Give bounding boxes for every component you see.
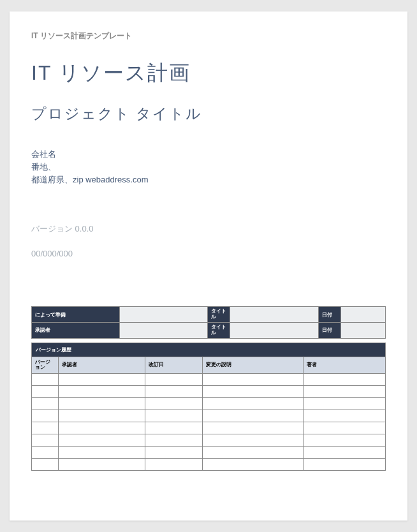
prepared-date xyxy=(340,307,385,323)
template-label: IT リソース計画テンプレート xyxy=(31,31,386,41)
cell-change xyxy=(203,434,304,447)
version-text: バージョン 0.0.0 xyxy=(31,223,386,235)
cell-author xyxy=(304,386,386,398)
col-author: 著者 xyxy=(304,357,386,374)
cell-version xyxy=(32,386,59,398)
cell-revdate xyxy=(145,398,203,410)
history-table: バージョン 承認者 改訂日 変更の説明 著者 xyxy=(31,357,386,471)
company-info: 会社名 番地、 都道府県、zip webaddress.com xyxy=(31,148,386,186)
cell-approver xyxy=(59,459,145,471)
cell-revdate xyxy=(145,386,203,398)
title-label-2: タイトル xyxy=(208,323,230,339)
cell-approver xyxy=(59,434,145,447)
table-row xyxy=(32,374,386,386)
cell-change xyxy=(203,459,304,471)
project-title: プロジェクト タイトル xyxy=(31,104,386,124)
cell-change xyxy=(203,398,304,410)
cell-version xyxy=(32,374,59,386)
history-header: バージョン履歴 xyxy=(31,343,386,357)
cell-change xyxy=(203,447,304,459)
cell-author xyxy=(304,422,386,434)
prepared-title xyxy=(230,307,318,323)
company-street: 番地、 xyxy=(31,161,386,174)
cell-author xyxy=(304,447,386,459)
cell-author xyxy=(304,398,386,410)
cell-change xyxy=(203,374,304,386)
prepared-value xyxy=(120,307,208,323)
document-page: IT リソース計画テンプレート IT リソース計画 プロジェクト タイトル 会社… xyxy=(10,11,407,521)
col-change: 変更の説明 xyxy=(203,357,304,374)
cell-version xyxy=(32,398,59,410)
approval-table: によって準備 タイトル 日付 承認者 タイトル 日付 xyxy=(31,306,386,338)
cell-revdate xyxy=(145,374,203,386)
cell-version xyxy=(32,422,59,434)
table-row: 承認者 タイトル 日付 xyxy=(32,323,386,339)
table-row xyxy=(32,422,386,434)
table-row xyxy=(32,398,386,410)
table-row: によって準備 タイトル 日付 xyxy=(32,307,386,323)
cell-revdate xyxy=(145,447,203,459)
cell-version xyxy=(32,459,59,471)
cell-revdate xyxy=(145,459,203,471)
cell-approver xyxy=(59,447,145,459)
prepared-label: によって準備 xyxy=(32,307,120,323)
main-title: IT リソース計画 xyxy=(31,59,386,87)
approver-label: 承認者 xyxy=(32,323,120,339)
approver-title xyxy=(230,323,318,339)
cell-author xyxy=(304,410,386,422)
cell-approver xyxy=(59,410,145,422)
cell-revdate xyxy=(145,434,203,447)
table-header-row: バージョン 承認者 改訂日 変更の説明 著者 xyxy=(32,357,386,374)
approver-value xyxy=(120,323,208,339)
col-revdate: 改訂日 xyxy=(145,357,203,374)
cell-revdate xyxy=(145,410,203,422)
cell-change xyxy=(203,422,304,434)
cell-author xyxy=(304,374,386,386)
date-label: 日付 xyxy=(318,307,340,323)
cell-change xyxy=(203,386,304,398)
date-text: 00/000/000 xyxy=(31,249,386,258)
cell-revdate xyxy=(145,422,203,434)
approver-date xyxy=(340,323,385,339)
cell-approver xyxy=(59,422,145,434)
col-approver: 承認者 xyxy=(59,357,145,374)
cell-version xyxy=(32,447,59,459)
cell-change xyxy=(203,410,304,422)
table-row xyxy=(32,410,386,422)
date-label-2: 日付 xyxy=(318,323,340,339)
cell-version xyxy=(32,410,59,422)
title-label: タイトル xyxy=(208,307,230,323)
col-version: バージョン xyxy=(32,357,59,374)
company-region: 都道府県、zip webaddress.com xyxy=(31,174,386,186)
table-row xyxy=(32,447,386,459)
cell-approver xyxy=(59,386,145,398)
table-row xyxy=(32,386,386,398)
cell-approver xyxy=(59,398,145,410)
table-row xyxy=(32,434,386,447)
cell-version xyxy=(32,434,59,447)
table-row xyxy=(32,459,386,471)
cell-approver xyxy=(59,374,145,386)
cell-author xyxy=(304,434,386,447)
company-name: 会社名 xyxy=(31,148,386,161)
cell-author xyxy=(304,459,386,471)
